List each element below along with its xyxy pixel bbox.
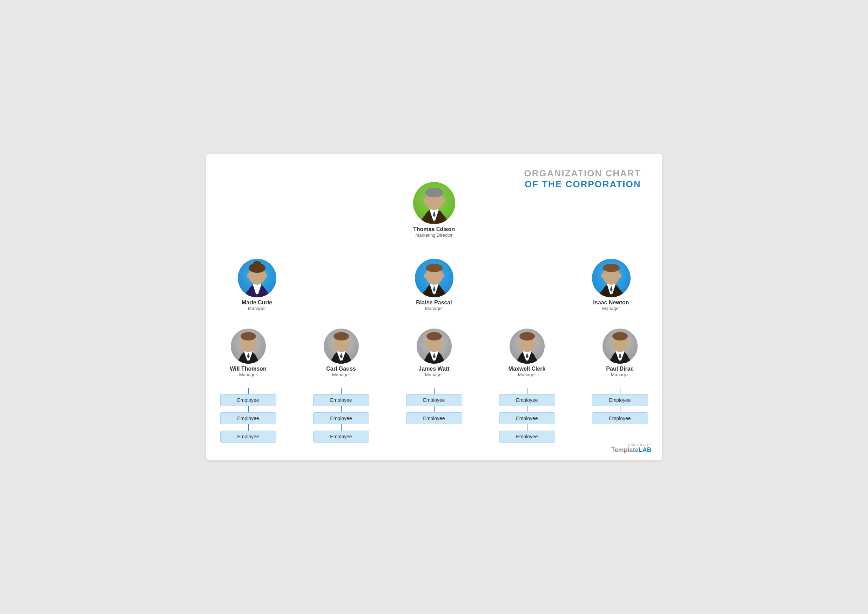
org-body: Thomas Edison Marketing Director [217, 175, 652, 442]
submanager-avatar-2 [417, 329, 452, 364]
submanager-role-3: Manager [508, 372, 546, 377]
submanager-label-4: Paul Dirac Manager [606, 366, 633, 377]
emp-connector-v [527, 406, 527, 412]
managers-row: Marie Curie Manager [217, 259, 652, 311]
svg-point-47 [239, 341, 242, 346]
submanager-figure-3 [510, 329, 545, 364]
emp-box-1-2: Employee [313, 431, 369, 442]
emp-connector-v [620, 388, 620, 394]
manager-node-2: Isaac Newton Manager [592, 259, 631, 311]
ceo-node: Thomas Edison Marketing Director [413, 182, 455, 238]
manager-node-0: Marie Curie Manager [238, 259, 276, 311]
emp-box-3-2: Employee [499, 431, 555, 442]
svg-point-68 [518, 341, 521, 346]
svg-point-19 [423, 198, 427, 203]
svg-point-60 [426, 332, 442, 341]
emp-box-4-1: Employee [592, 412, 648, 424]
emp-connector-v [248, 424, 249, 431]
svg-point-18 [425, 188, 443, 197]
svg-point-34 [441, 273, 444, 278]
submanager-name-3: Maxwell Clerk [508, 366, 546, 372]
emp-connector-v [341, 424, 342, 431]
svg-point-27 [264, 273, 267, 278]
manager-node-1: Blaise Pascal Manager [415, 259, 453, 311]
manager-figure-0 [238, 259, 276, 297]
emp-list-1: Employee Employee Employee [313, 388, 369, 442]
svg-point-67 [519, 332, 535, 341]
emp-connector-v [527, 388, 527, 394]
emp-connector-v [341, 406, 342, 412]
svg-point-46 [240, 332, 256, 341]
svg-point-69 [533, 341, 536, 346]
submanager-name-2: James Watt [418, 366, 449, 372]
submanager-avatar-0 [231, 329, 266, 364]
submanager-name-4: Paul Dirac [606, 366, 633, 372]
submanager-node-3: Maxwell Clerk Manager Employee Employee … [499, 329, 555, 442]
emp-connector-v [527, 424, 527, 431]
svg-point-32 [426, 264, 443, 272]
manager-label-2: Isaac Newton Manager [593, 299, 629, 311]
svg-point-61 [425, 341, 428, 346]
submanager-avatar-1 [324, 329, 359, 364]
submanager-figure-4 [603, 329, 638, 364]
emp-connector-v [434, 406, 434, 412]
manager-name-0: Marie Curie [242, 299, 272, 306]
emp-box-3-1: Employee [499, 412, 555, 424]
svg-point-55 [347, 341, 350, 346]
submanager-label-3: Maxwell Clerk Manager [508, 366, 546, 377]
emp-list-0: Employee Employee Employee [220, 388, 276, 442]
manager-avatar-1 [415, 259, 453, 297]
manager-role-2: Manager [593, 306, 629, 311]
emp-box-1-1: Employee [313, 412, 369, 424]
svg-point-53 [333, 332, 349, 341]
manager-avatar-2 [592, 259, 631, 297]
emp-connector-v [434, 388, 434, 394]
svg-point-74 [612, 332, 628, 341]
svg-point-33 [424, 273, 428, 278]
ceo-label: Thomas Edison Marketing Director [413, 226, 455, 238]
ceo-figure [413, 182, 455, 224]
emp-box-0-0: Employee [220, 394, 276, 406]
svg-point-26 [247, 273, 250, 278]
emp-box-2-1: Employee [406, 412, 462, 424]
ceo-role: Marketing Director [413, 233, 455, 238]
submanager-figure-2 [417, 329, 452, 364]
emp-connector-v [620, 406, 620, 412]
svg-point-40 [601, 273, 604, 278]
svg-point-62 [440, 341, 443, 346]
emp-box-3-0: Employee [499, 394, 555, 406]
submanager-role-0: Manager [230, 372, 267, 377]
manager-role-0: Manager [242, 306, 272, 311]
chart-container: ORGANIZATION CHART OF THE CORPORATION [206, 154, 662, 460]
submanagers-row: Will Thomson Manager Employee Employee E… [217, 329, 652, 442]
templatelab-watermark: CREATED BY TemplateLAB [611, 443, 652, 454]
submanager-node-0: Will Thomson Manager Employee Employee E… [220, 329, 276, 442]
submanager-label-1: Carl Gauss Manager [326, 366, 356, 377]
templatelab-name: TemplateLAB [611, 447, 652, 454]
submanager-avatar-4 [603, 329, 638, 364]
manager-name-2: Isaac Newton [593, 299, 629, 306]
emp-box-4-0: Employee [592, 394, 648, 406]
submanager-label-0: Will Thomson Manager [230, 366, 267, 377]
manager-avatar-0 [238, 259, 276, 297]
emp-box-2-0: Employee [406, 394, 462, 406]
templatelab-lab: LAB [639, 447, 652, 453]
manager-label-0: Marie Curie Manager [242, 299, 272, 311]
manager-role-1: Manager [416, 306, 452, 311]
submanager-name-1: Carl Gauss [326, 366, 356, 372]
submanager-figure-0 [231, 329, 266, 364]
submanager-name-0: Will Thomson [230, 366, 267, 372]
templatelab-created: CREATED BY [611, 443, 652, 447]
submanager-label-2: James Watt Manager [418, 366, 449, 377]
svg-point-25 [253, 261, 261, 268]
svg-point-48 [254, 341, 257, 346]
emp-box-0-1: Employee [220, 412, 276, 424]
submanager-node-4: Paul Dirac Manager Employee Employee [592, 329, 648, 442]
manager-label-1: Blaise Pascal Manager [416, 299, 452, 311]
ceo-row: Thomas Edison Marketing Director [217, 175, 652, 238]
manager-figure-1 [415, 259, 453, 297]
svg-point-39 [603, 264, 620, 272]
emp-list-3: Employee Employee Employee [499, 388, 555, 442]
submanager-node-2: James Watt Manager Employee Employee [406, 329, 462, 442]
emp-connector-v [248, 406, 249, 412]
